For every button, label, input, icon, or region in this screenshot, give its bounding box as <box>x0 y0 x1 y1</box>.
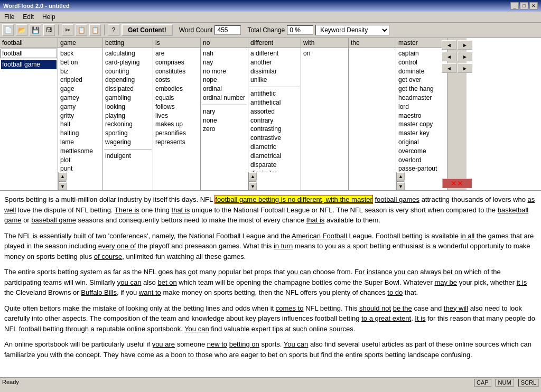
copy-button[interactable]: 📋 <box>76 24 87 36</box>
col-list-the[interactable] <box>349 48 396 190</box>
list-item[interactable]: back <box>59 49 101 58</box>
list-item[interactable]: on <box>302 49 347 58</box>
list-item[interactable]: gamy <box>59 102 101 111</box>
nav-right-1[interactable]: ► <box>458 40 472 50</box>
list-item[interactable]: diametrical <box>249 152 300 161</box>
list-item[interactable]: captain <box>397 49 446 58</box>
col-list-football[interactable]: football game <box>0 59 58 190</box>
list-item[interactable]: indulgent <box>104 152 152 161</box>
cut-button[interactable]: ✂ <box>62 24 73 36</box>
list-item[interactable]: get the hang <box>397 85 446 94</box>
list-item[interactable]: control <box>397 58 446 67</box>
list-item[interactable]: nary <box>202 107 247 116</box>
list-item[interactable]: gritty <box>59 111 101 120</box>
list-item[interactable]: dissimilar <box>249 169 300 172</box>
scroll-track[interactable] <box>397 181 404 182</box>
scroll-down[interactable]: ▼ <box>397 182 405 190</box>
list-item[interactable]: card-playing <box>104 58 152 67</box>
list-item[interactable]: disparate <box>249 161 300 170</box>
list-item[interactable]: overcome <box>397 147 446 156</box>
list-item[interactable]: none <box>202 116 247 125</box>
list-item[interactable]: original <box>397 138 446 147</box>
list-item[interactable]: plot <box>59 156 101 165</box>
word-count-input[interactable] <box>214 25 241 35</box>
list-item[interactable]: gage <box>59 85 101 94</box>
list-item[interactable]: nope <box>202 76 247 85</box>
list-item[interactable]: dissimilar <box>249 67 300 76</box>
list-item[interactable]: halt <box>59 120 101 129</box>
nav-right-3[interactable]: ► <box>458 63 472 73</box>
col-list-game[interactable]: back bet on biz crippled gage gamey gamy… <box>58 48 102 172</box>
scroll-up[interactable]: ▲ <box>59 172 67 180</box>
maximize-button[interactable]: □ <box>520 2 528 10</box>
search-football-input[interactable] <box>1 49 57 58</box>
list-item[interactable]: are <box>154 49 199 58</box>
list-item[interactable]: lives <box>154 111 199 120</box>
list-item[interactable]: maestro <box>397 111 446 120</box>
list-item[interactable]: wagering <box>104 138 152 147</box>
minimize-button[interactable]: _ <box>510 2 519 10</box>
open-button[interactable]: 📂 <box>16 24 27 36</box>
new-button[interactable]: 📄 <box>2 24 14 36</box>
help-button[interactable]: ? <box>108 24 119 36</box>
list-item[interactable]: master key <box>397 129 446 138</box>
col-list-different[interactable]: a different another dissimilar unlike an… <box>248 48 301 172</box>
list-item[interactable]: gamey <box>59 94 101 102</box>
list-item[interactable]: lord <box>397 102 446 111</box>
list-item[interactable]: follows <box>154 102 199 111</box>
list-item[interactable]: looking <box>104 102 152 111</box>
list-item[interactable]: counting <box>104 67 152 76</box>
total-change-input[interactable] <box>287 25 313 35</box>
list-item[interactable]: master copy <box>397 120 446 129</box>
list-item[interactable]: no more <box>202 67 247 76</box>
scroll-down[interactable]: ▼ <box>59 182 67 190</box>
list-item[interactable]: ordinal number <box>202 94 247 102</box>
save-button[interactable]: 💾 <box>30 24 41 36</box>
file-menu[interactable]: File <box>2 13 16 21</box>
edit-menu[interactable]: Edit <box>21 13 36 21</box>
list-item[interactable]: mettlesome <box>59 147 101 156</box>
list-item[interactable]: antithetic <box>249 89 300 98</box>
list-item[interactable]: contrasting <box>249 125 300 134</box>
list-item[interactable]: zero <box>202 125 247 134</box>
save-all-button[interactable]: 🖫 <box>43 24 55 36</box>
list-item[interactable]: makes up <box>154 120 199 129</box>
list-item[interactable]: football game <box>1 60 57 69</box>
list-item[interactable]: a different <box>249 49 300 58</box>
list-item[interactable]: another <box>249 58 300 67</box>
nav-right-2[interactable]: ► <box>458 52 472 61</box>
paste-button[interactable]: 📋 <box>89 24 101 36</box>
scroll-track[interactable] <box>249 181 256 182</box>
col-list-with[interactable]: on <box>301 48 348 190</box>
list-item[interactable]: costs <box>154 76 199 85</box>
col-list-no[interactable]: nah nay no more nope ordinal ordinal num… <box>201 48 248 190</box>
list-item[interactable]: gambling <box>104 94 152 102</box>
list-item[interactable]: assorted <box>249 107 300 116</box>
list-item[interactable]: sporting <box>104 129 152 138</box>
list-item[interactable]: calculating <box>104 49 152 58</box>
list-item[interactable]: dissipated <box>104 85 152 94</box>
list-item[interactable]: overlord <box>397 156 446 165</box>
delete-button[interactable]: ✕✕ <box>442 179 472 188</box>
scroll-up[interactable]: ▲ <box>397 172 405 180</box>
col-list-master[interactable]: captain control dominate get over get th… <box>396 48 447 172</box>
list-item[interactable]: reckoning <box>104 120 152 129</box>
list-item[interactable]: constitutes <box>154 67 199 76</box>
list-item[interactable]: antithetical <box>249 98 300 107</box>
col-list-is[interactable]: are comprises constitutes costs embodies… <box>153 48 200 190</box>
list-item[interactable]: comprises <box>154 58 199 67</box>
list-item[interactable]: contrary <box>249 116 300 125</box>
list-item[interactable]: crippled <box>59 76 101 85</box>
list-item[interactable]: halting <box>59 129 101 138</box>
list-item[interactable]: dominate <box>397 67 446 76</box>
list-item[interactable]: embodies <box>154 85 199 94</box>
list-item[interactable]: represents <box>154 138 199 147</box>
get-content-button[interactable]: Get Content! <box>122 24 173 36</box>
list-item[interactable]: unlike <box>249 76 300 85</box>
list-item[interactable]: nay <box>202 58 247 67</box>
list-item[interactable]: depending <box>104 76 152 85</box>
list-item[interactable]: ordinal <box>202 85 247 94</box>
list-item[interactable]: lame <box>59 138 101 147</box>
scroll-up[interactable]: ▲ <box>249 172 257 180</box>
list-item[interactable]: diametric <box>249 143 300 152</box>
